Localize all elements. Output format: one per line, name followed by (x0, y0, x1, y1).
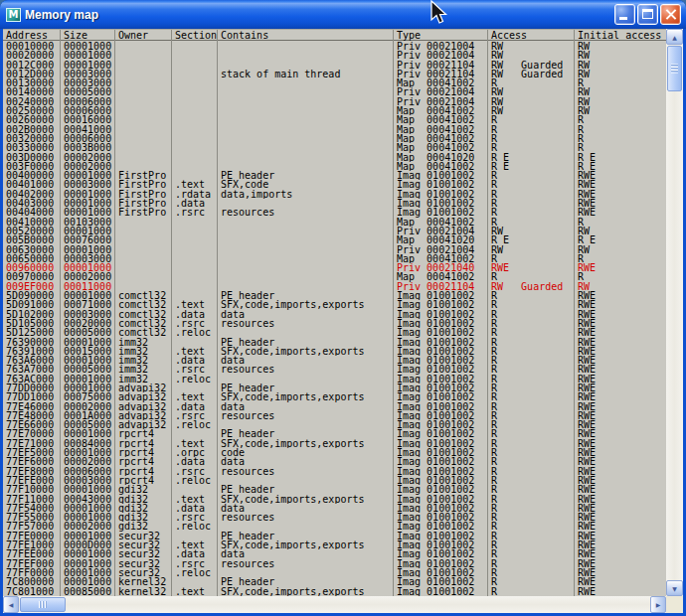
table-row[interactable]: 009EF00000011000Priv 00021104RW GuardedR… (3, 282, 666, 291)
cell-access: R (488, 532, 575, 540)
table-row[interactable]: 5D09100000071000comctl32.textSFX,code,im… (3, 300, 666, 309)
table-row[interactable]: 0032000000006000Map 00041002RR (3, 134, 666, 143)
cell-contains (218, 115, 394, 124)
cell-type: Imag 01001002 (394, 384, 488, 392)
cell-access: R (488, 457, 575, 466)
scroll-down-button[interactable]: ▼ (666, 580, 683, 596)
cell-access: RW (488, 227, 575, 235)
cell-access: RW Guarded (488, 282, 575, 291)
cell-initial: R (575, 254, 666, 263)
table-row[interactable]: 77F5500000001000gdi32.rsrcresourcesImag … (3, 513, 666, 522)
table-row[interactable]: 0040000000001000FirstProPE headerImag 01… (3, 171, 666, 180)
table-row[interactable]: 5D09000000001000comctl32PE headerImag 01… (3, 291, 666, 300)
cell-size: 00003000 (61, 180, 115, 189)
maximize-button[interactable] (637, 4, 658, 25)
cell-contains: SFX,code,imports,exports (218, 300, 394, 309)
table-row[interactable]: 0001000000001000Priv 00021004RWRW (3, 42, 666, 51)
column-header-address[interactable]: Address (3, 30, 61, 42)
table-row[interactable]: 0024000000006000Priv 00021004RWRW (3, 97, 666, 106)
minimize-button[interactable] (614, 4, 635, 25)
table-row[interactable]: 77FE10000000D000secur32.textSFX,code,imp… (3, 540, 666, 549)
table-row[interactable]: 0041000000103000Map 00041002RR (3, 218, 666, 227)
table-row[interactable]: 005B000000076000Map 00041020R ER E (3, 235, 666, 244)
table-row[interactable]: 77EF800000006000rpcrt4.rsrcresourcesImag… (3, 467, 666, 476)
table-row[interactable]: 77DD100000075000advapi32.textSFX,code,im… (3, 392, 666, 401)
table-row[interactable]: 5D10200000003000comctl32.datadataImag 01… (3, 310, 666, 319)
table-row[interactable]: 77E4600000002000advapi32.datadataImag 01… (3, 402, 666, 411)
cell-initial: RWE (575, 429, 666, 438)
table-row[interactable]: 0040400000001000FirstPro.rsrcresourcesIm… (3, 208, 666, 217)
table-row[interactable]: 003D000000002000Map 00041020R ER E (3, 153, 666, 162)
cell-initial: RW (575, 245, 666, 254)
table-row[interactable]: 77F1000000001000gdi32PE headerImag 01001… (3, 485, 666, 494)
table-row[interactable]: 0014000000005000Priv 00021004RWRW (3, 87, 666, 96)
cell-access: RW (488, 42, 575, 51)
close-button[interactable] (660, 4, 681, 25)
table-row[interactable]: 77FF000000001000secur32.relocImag 010010… (3, 568, 666, 577)
table-row[interactable]: 7639100000015000imm32.textSFX,code,impor… (3, 347, 666, 356)
table-row[interactable]: 77E6600000005000advapi32.relocImag 01001… (3, 420, 666, 429)
table-row[interactable]: 0012C00000001000Priv 00021104RW GuardedR… (3, 61, 666, 70)
table-row[interactable]: 7C80000000001000kernel32PE headerImag 01… (3, 577, 666, 586)
table-row[interactable]: 77DD000000001000advapi32PE headerImag 01… (3, 384, 666, 392)
column-header-contains[interactable]: Contains (218, 30, 394, 42)
horizontal-scrollbar[interactable]: ◀ ▶ (3, 596, 666, 613)
scroll-left-button[interactable]: ◀ (3, 596, 19, 613)
vertical-scrollbar[interactable]: ▲ ▼ (666, 29, 683, 596)
table-row[interactable]: 0040200000001000FirstPro.rdatadata,impor… (3, 190, 666, 199)
vertical-scrollbar-thumb[interactable] (667, 46, 682, 91)
table-row[interactable]: 763AC00000001000imm32.relocImag 01001002… (3, 375, 666, 384)
table-row[interactable]: 77F5400000001000gdi32.datadataImag 01001… (3, 504, 666, 513)
table-row[interactable]: 0065000000003000Map 00041002RR (3, 254, 666, 263)
table-row[interactable]: 77EF500000001000rpcrt4.orpccodeImag 0100… (3, 448, 666, 457)
scroll-right-button[interactable]: ▶ (650, 596, 666, 613)
cell-access: R (488, 392, 575, 401)
cell-initial: RWE (575, 549, 666, 558)
table-row[interactable]: 77FE000000001000secur32PE headerImag 010… (3, 532, 666, 540)
table-row[interactable]: 77EFE00000003000rpcrt4.relocImag 0100100… (3, 476, 666, 485)
table-row[interactable]: 002B000000041000Map 00041002RR (3, 125, 666, 134)
table-row[interactable]: 77FEF00000001000secur32.rsrcresourcesIma… (3, 559, 666, 568)
table-row[interactable]: 77F5700000002000gdi32.relocImag 01001002… (3, 522, 666, 531)
table-row[interactable]: 003300000003B000Map 00041002RR (3, 143, 666, 152)
cell-address: 7C801000 (3, 587, 61, 596)
table-row[interactable]: 0096000000001000Priv 00021040RWERWE (3, 263, 666, 272)
cell-address: 77EF5000 (3, 448, 61, 457)
table-row[interactable]: 0040100000003000FirstPro.textSFX,codeIma… (3, 180, 666, 189)
scroll-up-button[interactable]: ▲ (666, 29, 683, 45)
title-bar[interactable]: M Memory map (0, 0, 686, 29)
table-row[interactable]: 0025000000006000Map 00041002RWRW (3, 106, 666, 115)
table-row[interactable]: 5D12500000005000comctl32.relocImag 01001… (3, 328, 666, 337)
table-row[interactable]: 763A600000001000imm32.datadataImag 01001… (3, 356, 666, 365)
table-row[interactable]: 77E480000001A000advapi32.rsrcresourcesIm… (3, 411, 666, 420)
table-row[interactable]: 763A700000005000imm32.rsrcresourcesImag … (3, 365, 666, 374)
table-row[interactable]: 0040300000001000FirstPro.dataImag 010010… (3, 199, 666, 208)
horizontal-scrollbar-thumb[interactable] (20, 597, 66, 612)
table-row[interactable]: 0026000000016000Map 00041002RR (3, 115, 666, 124)
table-row[interactable]: 0012D00000003000stack of main threadPriv… (3, 70, 666, 78)
table-row[interactable]: 0013000000003000Map 00041002RR (3, 78, 666, 87)
column-header-owner[interactable]: Owner (115, 30, 172, 42)
table-row[interactable]: 77EF600000002000rpcrt4.datadataImag 0100… (3, 457, 666, 466)
cell-section (172, 485, 218, 494)
column-header-section[interactable]: Section (172, 30, 218, 42)
table-row[interactable]: 5D10500000020000comctl32.rsrcresourcesIm… (3, 319, 666, 328)
column-header-type[interactable]: Type (394, 30, 488, 42)
cell-owner: advapi32 (115, 392, 172, 401)
table-row[interactable]: 0097000000002000Map 00041002RR (3, 272, 666, 281)
table-row[interactable]: 77F1100000043000gdi32.textSFX,code,impor… (3, 495, 666, 504)
table-row[interactable]: 77E7000000001000rpcrt4PE headerImag 0100… (3, 429, 666, 438)
table-row[interactable]: 0063000000001000Priv 00021004RWRW (3, 245, 666, 254)
table-row[interactable]: 7639000000001000imm32PE headerImag 01001… (3, 338, 666, 347)
table-row[interactable]: 77FEE00000001000secur32.datadataImag 010… (3, 549, 666, 558)
table-row[interactable]: 0002000000001000Priv 00021004RWRW (3, 51, 666, 60)
column-header-initial[interactable]: Initial access (575, 30, 666, 42)
table-row[interactable]: 003F000000002000Map 00041002R ER E (3, 162, 666, 171)
cell-size: 00011000 (61, 282, 115, 291)
table-row[interactable]: 0052000000001000Priv 00021004RWRW (3, 227, 666, 235)
column-header-access[interactable]: Access (488, 30, 575, 42)
column-header-size[interactable]: Size (61, 30, 115, 42)
table-row[interactable]: 7C80100000085000kernel32.textSFX,code,im… (3, 587, 666, 596)
cell-access: R (488, 190, 575, 199)
table-row[interactable]: 77E7100000084000rpcrt4.textSFX,code,impo… (3, 439, 666, 448)
